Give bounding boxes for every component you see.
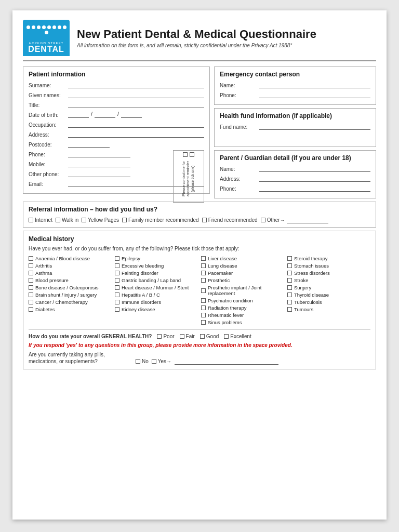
referral-other-label: Other→ — [267, 217, 285, 223]
check-fainting-cb[interactable] — [115, 271, 119, 275]
patient-info-title: Patient information — [29, 71, 204, 78]
referral-yellowpages-checkbox[interactable] — [82, 218, 86, 222]
emergency-phone-label: Phone: — [220, 92, 257, 98]
referral-family-checkbox[interactable] — [122, 218, 127, 222]
check-blood-pressure-cb[interactable] — [29, 278, 33, 283]
title-label: Title: — [29, 102, 66, 108]
logo-dental-text: DENTAL — [28, 45, 64, 54]
other-phone-field[interactable] — [68, 170, 130, 177]
dob-month-field[interactable] — [95, 111, 115, 118]
guardian-phone-field[interactable] — [259, 184, 370, 192]
health-good-label: Good — [206, 334, 219, 339]
mobile-field[interactable] — [68, 160, 130, 167]
check-epilepsy-cb[interactable] — [115, 256, 119, 261]
medical-col-1: Anaemia / Blood disease Arthritis Asthma… — [29, 256, 112, 325]
dob-day-field[interactable] — [68, 111, 89, 118]
guardian-address-field[interactable] — [259, 175, 370, 182]
check-bone-disease-cb[interactable] — [29, 285, 33, 290]
referral-yellowpages: Yellow Pages — [82, 217, 119, 223]
check-stomach-cb[interactable] — [287, 263, 292, 268]
patient-info-column: Patient information Surname: Given names… — [23, 66, 210, 198]
check-tumours-cb[interactable] — [287, 307, 292, 312]
reminder-checkboxes — [175, 152, 202, 157]
health-fund-title: Health fund information (if applicable) — [220, 112, 370, 119]
check-tuberculosis-cb[interactable] — [287, 300, 292, 304]
referral-walkin-label: Walk in — [62, 217, 78, 223]
logo: HOPKINS STREET DENTAL — [23, 20, 70, 56]
emergency-name-label: Name: — [220, 83, 257, 88]
address-field[interactable] — [68, 130, 204, 138]
other-phone-row: Other phone: — [29, 170, 169, 177]
meds-no-cb[interactable] — [136, 359, 140, 364]
referral-other-field[interactable] — [287, 216, 328, 223]
check-brain-shunt-cb[interactable] — [29, 292, 33, 297]
check-kidney-cb[interactable] — [115, 307, 119, 312]
reminder-text: Please contact me for appointment remind… — [182, 158, 195, 200]
check-gastric: Gastric banding / Lap band — [115, 277, 198, 283]
occupation-field[interactable] — [68, 121, 204, 128]
medical-col-2: Epilepsy Excessive bleeding Fainting dis… — [115, 256, 198, 325]
postcode-field[interactable] — [68, 140, 110, 148]
title-field[interactable] — [68, 101, 204, 108]
check-stroke-cb[interactable] — [287, 278, 292, 283]
check-cancer-cb[interactable] — [29, 300, 33, 304]
check-asthma-cb[interactable] — [29, 271, 33, 275]
referral-internet-checkbox[interactable] — [29, 218, 33, 222]
check-psychiatric-cb[interactable] — [201, 298, 206, 303]
check-arthritis-cb[interactable] — [29, 263, 33, 268]
emergency-phone-field[interactable] — [259, 91, 370, 98]
check-sinus-cb[interactable] — [201, 320, 206, 325]
health-fair-cb[interactable] — [180, 334, 184, 339]
phone-field[interactable] — [68, 150, 130, 157]
patient-info-section: Patient information Surname: Given names… — [23, 66, 210, 194]
health-excellent-cb[interactable] — [224, 334, 229, 339]
referral-friend-checkbox[interactable] — [202, 218, 207, 222]
check-bone-disease: Bone disease / Osteoporosis — [29, 285, 112, 290]
check-liver-cb[interactable] — [201, 256, 206, 261]
given-names-field[interactable] — [68, 91, 204, 98]
page-subtitle: All information on this form is, and wil… — [77, 43, 376, 48]
check-immune-cb[interactable] — [115, 300, 119, 304]
surname-field[interactable] — [68, 81, 204, 88]
health-good-cb[interactable] — [200, 334, 205, 339]
reminder-box: Please contact me for appointment remind… — [173, 150, 204, 203]
reminder-checkbox-1[interactable] — [183, 152, 188, 157]
form-columns: Patient information Surname: Given names… — [23, 66, 376, 198]
check-rheumatic-cb[interactable] — [201, 313, 206, 317]
check-thyroid: Thyroid disease — [287, 292, 370, 298]
check-gastric-cb[interactable] — [115, 278, 119, 283]
referral-walkin-checkbox[interactable] — [56, 218, 60, 222]
referral-family: Family member recommended — [122, 217, 199, 223]
meds-detail-field[interactable] — [175, 357, 278, 365]
check-thyroid-cb[interactable] — [287, 292, 292, 297]
check-steroid-cb[interactable] — [287, 256, 292, 261]
check-pacemaker-cb[interactable] — [201, 271, 206, 275]
reminder-checkbox-2[interactable] — [190, 152, 194, 157]
check-hepatitis-cb[interactable] — [115, 292, 119, 297]
postcode-label: Postcode: — [29, 142, 66, 148]
health-poor-cb[interactable] — [157, 334, 162, 339]
dob-year-field[interactable] — [121, 111, 142, 118]
guardian-name-field[interactable] — [259, 165, 370, 172]
check-surgery-cb[interactable] — [287, 285, 292, 290]
check-stress-cb[interactable] — [287, 271, 292, 275]
emergency-name-field[interactable] — [259, 81, 370, 88]
check-lung-cb[interactable] — [201, 263, 206, 268]
check-excessive-bleeding-cb[interactable] — [115, 263, 119, 268]
check-prosthetic-cb[interactable] — [201, 278, 206, 283]
referral-yellowpages-label: Yellow Pages — [88, 217, 119, 223]
check-radiation-cb[interactable] — [201, 305, 206, 310]
check-surgery: Surgery — [287, 285, 370, 290]
check-diabetes-cb[interactable] — [29, 307, 33, 312]
check-heart-cb[interactable] — [115, 285, 119, 290]
check-tumours: Tumours — [287, 307, 370, 312]
emergency-contact-section: Emergency contact person Name: Phone: — [214, 66, 376, 105]
meds-yes-cb[interactable] — [152, 359, 156, 364]
guardian-section: Parent / Guardian detail (if you are und… — [214, 150, 376, 198]
health-good: Good — [200, 334, 219, 339]
occupation-row: Occupation: — [29, 121, 204, 128]
fund-name-field[interactable] — [259, 123, 370, 130]
check-prosthetic-implant-cb[interactable] — [201, 288, 206, 293]
referral-other-checkbox[interactable] — [261, 218, 265, 222]
check-anaemia-cb[interactable] — [29, 256, 33, 261]
